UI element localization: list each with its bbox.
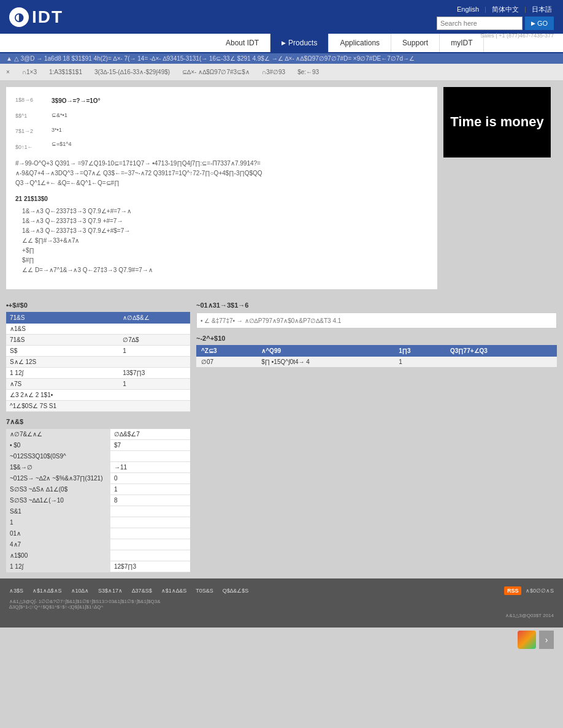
advertisement-box: Time is money <box>443 87 551 157</box>
footer-link-7[interactable]: T0S&S <box>196 588 213 594</box>
rss-badge: RSS <box>504 586 522 595</box>
col-header-2: ∧∅∆$&∠ <box>119 312 190 324</box>
spec-row: 1 12∫12$7∏3 <box>6 561 190 572</box>
content-right: Time is money <box>443 87 557 295</box>
yoast-icon <box>518 631 536 649</box>
table-row: S$1 <box>6 346 190 357</box>
spec-row: ∧∅7&∠∧∠∅∆&$∠7 <box>6 429 190 440</box>
lang-japanese[interactable]: 日本語 <box>532 6 552 13</box>
spec-row: S∅S3 ~∆S∧ ∆1∠(0$1 <box>6 484 190 495</box>
table-row: ^1∠$0S∠ 7S S1 <box>6 401 190 412</box>
search-input[interactable] <box>437 17 523 30</box>
contact-line: Sales | +1 (877)467-7435-377 <box>480 32 554 39</box>
breadcrumb: ▲ △ 3@D → 1a6d8 18 $31$91 4h(2)= ∆×- 7(→… <box>0 53 563 64</box>
footer-link-6[interactable]: ∧$1∧∆&S <box>161 588 187 594</box>
ordering-section-header: •+$#$0 <box>6 301 190 309</box>
result-row: ∅07 $∏ •15Q^∫0t4→ 4 1 <box>196 357 557 367</box>
ordering-table: 71&S ∧∅∆$&∠ ∧1&S 71&S∅7∆$ S$1 S∧∠ 12S 1 … <box>6 312 190 412</box>
table-row: ∠3 2∧∠ 2 1$1• <box>6 390 190 401</box>
result-col-1: ^Z⊆3 <box>196 345 256 357</box>
header-right: English | 简体中文 | 日本語 GO Sales | +1 (877)… <box>437 5 554 39</box>
rss-area: RSS ∧$0∅∅∧S <box>504 588 554 594</box>
result-col-3: 1∏3 <box>394 345 445 357</box>
subnav-item-1[interactable]: × <box>6 69 10 75</box>
detail-text: #→99-O^Q+3 Q391→ =97∠Q19-10⊆=17‡1Q7→ •47… <box>15 159 428 188</box>
lang-links: English | 简体中文 | 日本語 <box>455 5 554 14</box>
related-search-input[interactable] <box>196 313 557 328</box>
specs-section: 7∧&$ ∧∅7&∠∧∠∅∆&$∠7 • $0$7 ~012SS3Q10$(0S… <box>0 418 563 578</box>
footer-link-2[interactable]: ∧$1∧∆$∧S <box>33 588 62 594</box>
subnav-item-3[interactable]: 1:A3$1$1$1 <box>49 69 82 75</box>
spec-row: ~012SS3Q10$(0S9^ <box>6 451 190 462</box>
nav-support[interactable]: Support <box>391 34 440 52</box>
next-arrow-button[interactable]: › <box>539 631 554 649</box>
lang-chinese[interactable]: 简体中文 <box>492 6 519 13</box>
header: ◑ IDT English | 简体中文 | 日本語 GO Sales | +1… <box>0 0 563 34</box>
results-table: ^Z⊆3 ∧^Q99 1∏3 Q3∏77+∠Q3 ∅07 $∏ •15Q^∫0t… <box>196 345 557 367</box>
spec-row: 1$&→∅→11 <box>6 462 190 473</box>
footer-link-8[interactable]: Q$∆&∠$S <box>223 588 249 594</box>
specs-header: 7∧&$ <box>6 418 557 426</box>
logo-icon: ◑ <box>9 7 29 27</box>
spec-row: 01∧ <box>6 528 190 539</box>
ad-text: Time is money <box>450 113 543 131</box>
spec-row: S∅S3 ~∆∆1∠(→108 <box>6 495 190 506</box>
lang-english[interactable]: English <box>457 6 479 13</box>
spec-row: 1 <box>6 517 190 528</box>
col-header-1: 71&S <box>6 312 119 324</box>
spec-row: • $0$7 <box>6 440 190 451</box>
footer-link-3[interactable]: ∧10∆∧ <box>71 588 90 594</box>
logo-symbol: ◑ <box>14 10 24 24</box>
spec-row: ∧1$00 <box>6 550 190 561</box>
logo-area: ◑ IDT <box>9 7 63 27</box>
footer-row: ∧3$S ∧$1∧∆$∧S ∧10∆∧ S3$∧17∧ ∆37&S$ ∧$1∧∆… <box>9 588 554 594</box>
table-row: 1 12∫13$7∏3 <box>6 368 190 379</box>
result-col-2: ∧^Q99 <box>256 345 394 357</box>
subnav-item-2[interactable]: ∩1×3 <box>22 69 37 75</box>
table-row: ∧7S1 <box>6 379 190 390</box>
specs-table: ∧∅7&∠∧∠∅∆&$∠7 • $0$7 ~012SS3Q10$(0S9^ 1$… <box>6 429 190 572</box>
logo-text: IDT <box>32 7 63 27</box>
subnav-item-7[interactable]: $e:←93 <box>297 69 319 75</box>
content-left: 1$8→6 $$^1 7$1→2 $0↑1← 3$9O→=?→=1O° ⊆&*•… <box>6 87 437 295</box>
footer-legal: ∧&1△3@Q∫- 1∅∅&?∅7↑∫$&1∫$1∅$↑∫$S13⊃03&1∫$… <box>9 599 554 618</box>
related-section-header: ~01∧31→3$1→6 <box>196 301 557 309</box>
subnav: × ∩1×3 1:A3$1$1$1 3(3∆-15-(∆16-33∧-$29∫4… <box>0 64 563 81</box>
nav-products[interactable]: ▶ Products <box>270 34 329 52</box>
lower-left: •+$#$0 71&S ∧∅∆$&∠ ∧1&S 71&S∅7∆$ S$1 S∧∠… <box>6 301 190 412</box>
nav-applications[interactable]: Applications <box>329 34 391 52</box>
subnav-item-6[interactable]: ∩3#∅93 <box>262 69 285 75</box>
main-area: 1$8→6 $$^1 7$1→2 $0↑1← 3$9O→=?→=1O° ⊆&*•… <box>0 81 563 301</box>
nav-about[interactable]: About IDT <box>215 34 270 52</box>
rss-text: ∧$0∅∅∧S <box>526 588 554 594</box>
footer: ∧3$S ∧$1∧∆$∧S ∧10∆∧ S3$∧17∧ ∆37&S$ ∧$1∧∆… <box>0 578 563 628</box>
bottom-toolbar: › <box>0 628 563 652</box>
footer-link-5[interactable]: ∆37&S$ <box>132 588 152 594</box>
search-row: GO <box>437 17 554 30</box>
spec-row: 4∧7 <box>6 539 190 550</box>
attrs-section: 21 21$13$0 1&→∧3 Q←2337‡3→3 Q7.9∠+#=7→∧ … <box>15 194 428 275</box>
lower-right: ~01∧31→3$1→6 ~-2^+$10 ^Z⊆3 ∧^Q99 1∏3 Q3∏… <box>196 301 557 412</box>
result-col-4: Q3∏77+∠Q3 <box>445 345 557 357</box>
product-detail-box: 1$8→6 $$^1 7$1→2 $0↑1← 3$9O→=?→=1O° ⊆&*•… <box>6 87 437 289</box>
results-section-header: ~-2^+$10 <box>196 335 557 342</box>
spec-row: ~012S→ ~∆2∧ ~$%&∧37∏(3121)0 <box>6 473 190 484</box>
part-value-col: 3$9O→=?→=1O° ⊆&*•1 3*•1 ⊆=$1^4 <box>52 96 101 151</box>
footer-link-4[interactable]: S3$∧17∧ <box>98 588 123 594</box>
table-row: S∧∠ 12S <box>6 357 190 368</box>
lower-section: •+$#$0 71&S ∧∅∆$&∠ ∧1&S 71&S∅7∆$ S$1 S∧∠… <box>0 301 563 418</box>
subnav-item-5[interactable]: ⊆∆×- ∧∆$Ω97∅7#3⊆$∧ <box>182 69 250 75</box>
footer-link-1[interactable]: ∧3$S <box>9 588 23 594</box>
footer-links: ∧3$S ∧$1∧∆$∧S ∧10∆∧ S3$∧17∧ ∆37&S$ ∧$1∧∆… <box>9 588 248 594</box>
spec-row: S&1 <box>6 506 190 517</box>
table-row: ∧1&S <box>6 324 190 335</box>
title-row: 1$8→6 $$^1 7$1→2 $0↑1← 3$9O→=?→=1O° ⊆&*•… <box>15 96 428 151</box>
part-label-col: 1$8→6 $$^1 7$1→2 $0↑1← <box>15 96 33 151</box>
go-button[interactable]: GO <box>525 17 554 30</box>
subnav-item-4[interactable]: 3(3∆-15-(∆16-33∧-$29∫49$) <box>94 69 170 75</box>
table-row: 71&S∅7∆$ <box>6 335 190 346</box>
